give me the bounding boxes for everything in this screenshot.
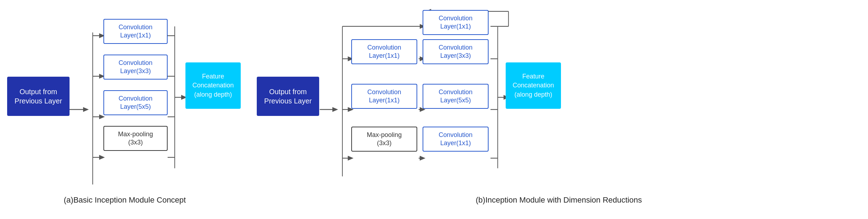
left-maxpool: Max-pooling(3x3)	[103, 126, 168, 151]
left-conv-1x1: ConvolutionLayer(1x1)	[103, 19, 168, 44]
right-output-box: FeatureConcatenation(along depth)	[506, 62, 561, 109]
right-conv-1x1-bottom: ConvolutionLayer(1x1)	[423, 127, 489, 152]
right-top-conv-1x1: ConvolutionLayer(1x1)	[423, 10, 489, 35]
right-maxpool: Max-pooling(3x3)	[351, 127, 417, 152]
left-input-box: Output from Previous Layer	[7, 77, 70, 116]
left-caption: (a)Basic Inception Module Concept	[64, 195, 186, 205]
right-left-conv-1x1-mid: ConvolutionLayer(1x1)	[351, 84, 417, 109]
left-output-box: FeatureConcatenation(along depth)	[185, 62, 241, 109]
right-conv-5x5: ConvolutionLayer(5x5)	[423, 84, 489, 109]
right-arrows	[250, 0, 868, 219]
right-diagram: Output from Previous Layer ConvolutionLa…	[250, 0, 868, 219]
left-diagram: Output from Previous Layer ConvolutionLa…	[0, 0, 250, 219]
right-input-box: Output from Previous Layer	[257, 77, 319, 116]
right-caption: (b)Inception Module with Dimension Reduc…	[476, 195, 642, 205]
left-conv-5x5: ConvolutionLayer(5x5)	[103, 90, 168, 115]
right-conv-3x3: ConvolutionLayer(3x3)	[423, 39, 489, 64]
left-conv-3x3: ConvolutionLayer(3x3)	[103, 55, 168, 80]
right-left-conv-1x1-top: ConvolutionLayer(1x1)	[351, 39, 417, 64]
diagram-container: Output from Previous Layer ConvolutionLa…	[0, 0, 868, 219]
